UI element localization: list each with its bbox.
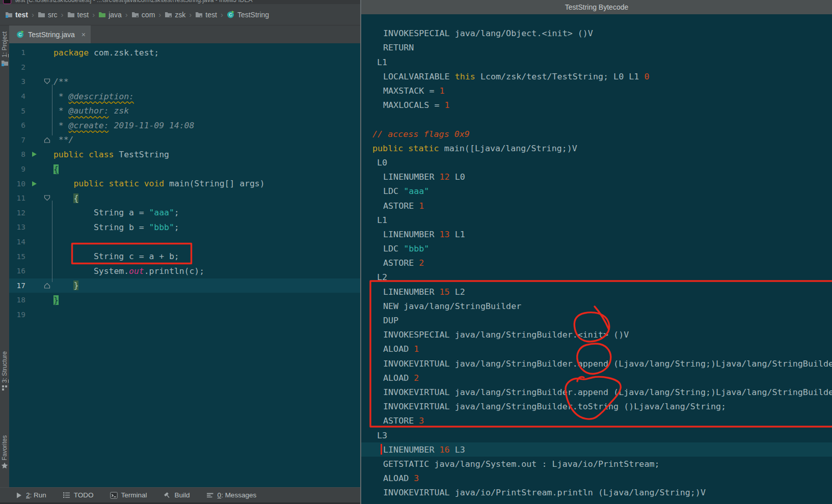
fold-collapse-icon[interactable] bbox=[44, 283, 50, 289]
bytecode-line-22[interactable]: INVOKESPECIAL java/lang/StringBuilder.<i… bbox=[361, 327, 832, 342]
messages-icon bbox=[206, 492, 214, 498]
editor-line-9[interactable]: 9{ bbox=[9, 162, 360, 177]
fold-collapse-icon[interactable] bbox=[44, 78, 50, 85]
sidebar-item-project[interactable]: 1: Project bbox=[0, 32, 9, 66]
editor-line-19[interactable]: 19 bbox=[9, 307, 360, 322]
line-number: 16 bbox=[9, 267, 30, 275]
breadcrumb-separator: › bbox=[92, 10, 95, 19]
bytecode-line-1[interactable]: INVOKESPECIAL java/lang/Object.<init> ()… bbox=[361, 26, 832, 40]
editor-line-10[interactable]: 10 public static void main(String[] args… bbox=[9, 176, 360, 191]
project-folder-icon bbox=[5, 11, 13, 18]
bytecode-line-24[interactable]: INVOKEVIRTUAL java/lang/StringBuilder.ap… bbox=[361, 356, 832, 371]
breadcrumb-item-zsk[interactable]: zsk bbox=[165, 11, 185, 19]
bytecode-line-5[interactable]: MAXSTACK = 1 bbox=[361, 83, 832, 98]
line-number: 18 bbox=[9, 296, 30, 304]
fold-collapse-icon[interactable] bbox=[44, 137, 50, 143]
editor-line-2[interactable]: 2 bbox=[9, 60, 360, 75]
todo-icon bbox=[63, 492, 70, 498]
bytecode-line-29[interactable]: L3 bbox=[361, 428, 832, 442]
class-icon: C bbox=[16, 31, 24, 38]
editor-line-13[interactable]: 13 String b = "bbb"; bbox=[9, 220, 360, 235]
bytecode-line-13[interactable]: ASTORE 1 bbox=[361, 198, 832, 212]
run-gutter-icon[interactable] bbox=[32, 181, 37, 187]
toolbar-item-label: Build bbox=[175, 491, 190, 499]
bytecode-line-3[interactable]: L1 bbox=[361, 55, 832, 69]
bytecode-line-0[interactable] bbox=[361, 12, 832, 26]
breadcrumb-item-java[interactable]: java bbox=[98, 11, 122, 19]
line-number: 1 bbox=[9, 48, 30, 57]
editor-line-6[interactable]: 6 * @create: 2019-11-09 14:08 bbox=[9, 118, 360, 133]
editor-line-14[interactable]: 14 bbox=[9, 235, 360, 249]
class-icon: C bbox=[227, 11, 235, 18]
toolbar-item-todo[interactable]: TODO bbox=[63, 491, 94, 499]
editor-line-1[interactable]: 1package com.zsk.test; bbox=[9, 45, 360, 60]
breadcrumb-item-test[interactable]: test bbox=[195, 11, 217, 19]
editor-line-16[interactable]: 16 System.out.println(c); bbox=[9, 264, 360, 278]
close-icon[interactable]: × bbox=[82, 31, 86, 39]
bytecode-line-7[interactable] bbox=[361, 112, 832, 126]
editor-line-17[interactable]: 17 } bbox=[9, 278, 360, 293]
sidebar-item-structure[interactable]: 3: Structure bbox=[0, 351, 9, 391]
bytecode-line-4[interactable]: LOCALVARIABLE this Lcom/zsk/test/TestStr… bbox=[361, 69, 832, 83]
project-stripe-label: 1: Project bbox=[1, 32, 8, 58]
editor-line-3[interactable]: 3/** bbox=[9, 74, 360, 89]
toolbar-item-label: TODO bbox=[74, 491, 94, 499]
bytecode-line-31[interactable]: GETSTATIC java/lang/System.out : Ljava/i… bbox=[361, 457, 832, 471]
bytecode-line-2[interactable]: RETURN bbox=[361, 40, 832, 54]
bytecode-line-9[interactable]: public static main([Ljava/lang/String;)V bbox=[361, 141, 832, 155]
bytecode-line-21[interactable]: DUP bbox=[361, 313, 832, 327]
editor-line-4[interactable]: 4 * @description: bbox=[9, 89, 360, 104]
code-text: } bbox=[53, 281, 78, 290]
code-text: * @description: bbox=[53, 92, 134, 101]
bytecode-line-11[interactable]: LINENUMBER 12 L0 bbox=[361, 170, 832, 184]
breadcrumb-item-com[interactable]: com bbox=[131, 11, 155, 19]
toolbar-item-messages[interactable]: 0: Messages bbox=[206, 491, 257, 499]
bytecode-line-20[interactable]: NEW java/lang/StringBuilder bbox=[361, 299, 832, 313]
editor-line-15[interactable]: 15 String c = a + b; bbox=[9, 249, 360, 264]
breadcrumb-item-test[interactable]: test bbox=[5, 11, 28, 19]
bytecode-line-30[interactable]: LINENUMBER 16 L3 bbox=[361, 442, 832, 457]
code-editor[interactable]: 1package com.zsk.test;23/**4 * @descript… bbox=[9, 43, 360, 487]
bytecode-line-25[interactable]: ALOAD 2 bbox=[361, 371, 832, 385]
breadcrumb-item-test[interactable]: test bbox=[67, 11, 89, 19]
bytecode-line-14[interactable]: L1 bbox=[361, 213, 832, 227]
bytecode-line-27[interactable]: INVOKEVIRTUAL java/lang/StringBuilder.to… bbox=[361, 399, 832, 413]
tab-teststring-java[interactable]: C TestString.java × bbox=[9, 25, 91, 43]
bytecode-line-23[interactable]: ALOAD 1 bbox=[361, 342, 832, 356]
editor-line-12[interactable]: 12 String a = "aaa"; bbox=[9, 206, 360, 220]
breadcrumb-item-TestString[interactable]: CTestString bbox=[227, 11, 269, 19]
bytecode-line-18[interactable]: L2 bbox=[361, 270, 832, 284]
bytecode-line-26[interactable]: INVOKEVIRTUAL java/lang/StringBuilder.ap… bbox=[361, 385, 832, 399]
editor-line-11[interactable]: 11 { bbox=[9, 191, 360, 206]
toolbar-item-label: 0: Messages bbox=[218, 491, 257, 499]
editor-line-5[interactable]: 5 * @author: zsk bbox=[9, 103, 360, 118]
bytecode-line-8[interactable]: // access flags 0x9 bbox=[361, 127, 832, 141]
sidebar-item-favorites[interactable]: Favorites bbox=[0, 435, 9, 469]
editor-line-7[interactable]: 7 **/ bbox=[9, 133, 360, 148]
bytecode-line-10[interactable]: L0 bbox=[361, 155, 832, 170]
code-text: { bbox=[53, 193, 78, 203]
bytecode-panel[interactable]: TestString Bytecode INVOKESPECIAL java/l… bbox=[361, 0, 832, 504]
breadcrumb-item-src[interactable]: src bbox=[38, 11, 58, 19]
code-text: **/ bbox=[53, 135, 73, 145]
code-text: { bbox=[53, 164, 59, 174]
bytecode-line-12[interactable]: LDC "aaa" bbox=[361, 184, 832, 198]
fold-collapse-icon[interactable] bbox=[44, 195, 50, 201]
run-gutter-icon[interactable] bbox=[32, 151, 37, 157]
bytecode-line-33[interactable]: INVOKEVIRTUAL java/io/PrintStream.printl… bbox=[361, 485, 832, 499]
bytecode-line-16[interactable]: LDC "bbb" bbox=[361, 241, 832, 256]
bytecode-line-19[interactable]: LINENUMBER 15 L2 bbox=[361, 285, 832, 299]
folder-icon bbox=[38, 11, 45, 18]
bytecode-line-6[interactable]: MAXLOCALS = 1 bbox=[361, 98, 832, 112]
line-number: 12 bbox=[9, 209, 30, 217]
bytecode-line-28[interactable]: ASTORE 3 bbox=[361, 413, 832, 428]
bytecode-line-17[interactable]: ASTORE 2 bbox=[361, 256, 832, 270]
toolbar-item-run[interactable]: 2: Run bbox=[16, 491, 46, 499]
bytecode-line-32[interactable]: ALOAD 3 bbox=[361, 471, 832, 485]
editor-line-18[interactable]: 18} bbox=[9, 293, 360, 307]
bytecode-line-15[interactable]: LINENUMBER 13 L1 bbox=[361, 227, 832, 241]
toolbar-item-terminal[interactable]: Terminal bbox=[110, 491, 147, 499]
toolbar-item-build[interactable]: Build bbox=[164, 491, 190, 499]
sources-folder-icon bbox=[98, 11, 106, 18]
editor-line-8[interactable]: 8public class TestString bbox=[9, 147, 360, 162]
